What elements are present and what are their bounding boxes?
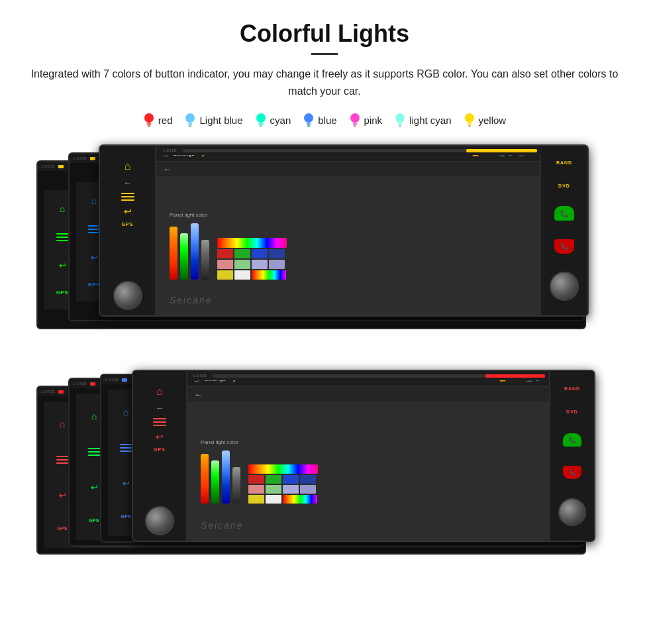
color-label-pink: pink [364,115,383,126]
svg-rect-13 [353,123,357,125]
main-stereo-bottom: LOUD ⌂ ← ↩ GPS [132,370,595,542]
color-item-red: red [143,111,173,129]
svg-rect-7 [259,123,263,125]
svg-point-12 [350,113,360,123]
band-label-top: BAND [556,160,572,165]
band-label-bottom: BAND [564,386,580,391]
svg-point-9 [304,113,313,123]
main-stereo-top: LOUD ⌂ ← ↩ GPS [99,144,589,317]
right-panel-top: BAND DVD 📞 📞 [540,146,587,315]
svg-point-0 [144,113,154,123]
bulb-icon-lightcyan [394,111,406,129]
page-title: Colorful Lights [26,20,623,48]
colors-row: red Light blue cyan [26,111,623,129]
color-item-lightcyan: light cyan [394,111,451,129]
left-panel-top: ⌂ ← ↩ GPS [100,146,156,315]
panel-light-label-bottom: Panel light color [201,439,238,445]
color-label-lightcyan: light cyan [409,115,451,126]
svg-point-3 [185,113,195,123]
svg-rect-16 [398,123,402,125]
top-device-group: LOUD ⌂ ↩ GPS LOUD [36,144,613,343]
bulb-icon-pink [349,111,361,129]
svg-rect-1 [147,123,151,125]
color-item-pink: pink [349,111,383,129]
color-label-red: red [158,115,173,126]
color-item-blue: blue [303,111,336,129]
svg-rect-8 [260,125,262,127]
panel-light-label-top: Panel light color [170,212,207,218]
color-item-cyan: cyan [255,111,291,129]
svg-rect-17 [399,125,401,127]
back-arrow-bottom[interactable]: ← [194,390,203,400]
page-container: Colorful Lights Integrated with 7 colors… [0,0,649,592]
right-panel-bottom: BAND DVD 📞 📞 [549,371,594,541]
bulb-icon-cyan [255,111,267,129]
svg-rect-20 [468,125,471,127]
bulb-icon-yellow [464,111,475,129]
color-label-yellow: yellow [479,115,507,126]
svg-rect-10 [307,123,311,125]
bulb-icon-red [143,111,155,129]
svg-rect-11 [307,125,310,127]
page-description: Integrated with 7 colors of button indic… [26,66,623,99]
color-item-lightblue: Light blue [184,111,242,129]
seicane-watermark-bottom: Seicane [201,520,244,531]
bottom-device-group: LOUD ⌂ ↩ GPS [36,370,613,572]
svg-rect-19 [468,123,472,125]
center-screen-bottom: ⌂ Settings ⚡ ✦ 📶 14:40 📷 🔊 ← [187,371,549,541]
dvd-label-bottom: DVD [566,409,578,414]
color-label-cyan: cyan [270,115,291,126]
title-divider [311,53,338,55]
color-item-yellow: yellow [464,111,507,129]
devices-section: LOUD ⌂ ↩ GPS LOUD [26,144,623,572]
seicane-watermark-top: Seicane [170,295,213,305]
left-panel-bottom: ⌂ ← ↩ GPS [133,371,187,541]
svg-point-6 [256,113,266,123]
back-arrow-top[interactable]: ← [163,164,172,174]
bulb-icon-lightblue [184,111,196,129]
svg-rect-5 [189,125,191,127]
svg-rect-4 [188,123,192,125]
title-section: Colorful Lights Integrated with 7 colors… [26,20,623,99]
svg-rect-14 [354,125,356,127]
color-label-lightblue: Light blue [199,115,242,126]
dvd-label-top: DVD [558,184,570,188]
bulb-icon-blue [303,111,315,129]
svg-rect-2 [148,125,150,127]
center-screen-top: ⌂ Settings ⚡ ✦ 📶 14:40 📷 🔊 ⬛ ⊡ [156,146,540,315]
svg-point-15 [395,113,405,123]
svg-point-18 [465,113,474,123]
color-label-blue: blue [318,115,336,126]
